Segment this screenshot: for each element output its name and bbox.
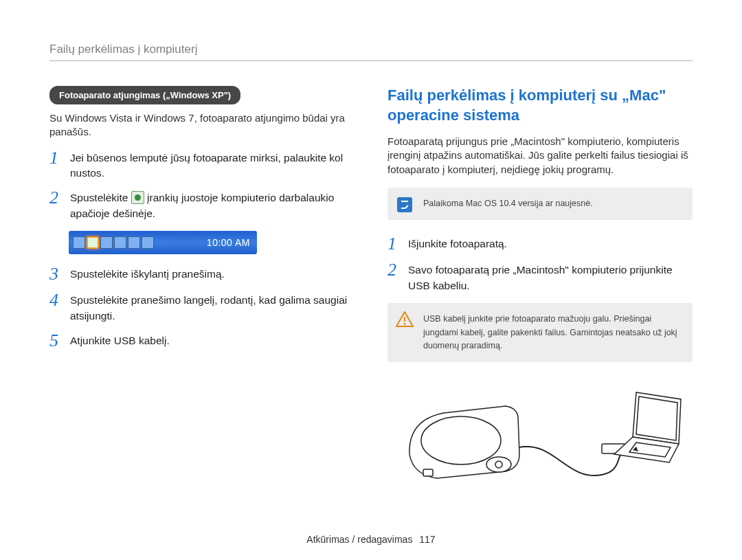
section-pill-winxp: Fotoaparato atjungimas („Windows XP") — [49, 86, 240, 104]
svg-point-5 — [495, 461, 502, 468]
taskbar-screenshot: 10:00 AM — [69, 231, 257, 254]
step-text: Išjunkite fotoaparatą. — [408, 236, 693, 251]
step-text: Spustelėkite įrankių juostoje kompiuteri… — [70, 190, 355, 221]
mac-step-1: 1 Išjunkite fotoaparatą. — [387, 236, 693, 253]
right-column: Failų perkėlimas į kompiuterį su „Mac" o… — [387, 86, 693, 489]
step-text: Spustelėkite iškylantį pranešimą. — [70, 267, 355, 282]
winxp-intro: Su Windows Vista ir Windows 7, fotoapara… — [49, 111, 355, 139]
step2-pre: Spustelėkite — [70, 192, 131, 203]
footer-section: Atkūrimas / redagavimas — [306, 534, 412, 545]
tray-icon — [142, 236, 154, 249]
mac-step-2: 2 Savo fotoaparatą prie „Macintosh" komp… — [387, 262, 693, 293]
step-text: Jei būsenos lemputė jūsų fotoaparate mir… — [70, 150, 355, 181]
tray-icon-highlighted — [87, 236, 99, 249]
step-text: Savo fotoaparatą prie „Macintosh" kompiu… — [408, 262, 693, 293]
step-number: 1 — [387, 235, 408, 253]
step-text: Atjunkite USB kabelį. — [70, 333, 355, 348]
step-number: 2 — [387, 261, 408, 279]
taskbar-clock: 10:00 AM — [207, 237, 250, 248]
step-number: 4 — [49, 291, 70, 309]
note-warning-text: USB kabelį junkite prie fotoaparato mažu… — [423, 313, 683, 352]
win-step-5: 5 Atjunkite USB kabelį. — [49, 333, 355, 350]
win-step-2: 2 Spustelėkite įrankių juostoje kompiute… — [49, 190, 355, 221]
left-column: Fotoaparato atjungimas („Windows XP") Su… — [49, 86, 355, 489]
win-step-3: 3 Spustelėkite iškylantį pranešimą. — [49, 267, 355, 283]
info-icon — [397, 197, 412, 212]
step-number: 2 — [49, 189, 70, 207]
footer-page-number: 117 — [419, 534, 435, 545]
step-number: 3 — [49, 265, 70, 283]
warning-icon — [396, 311, 414, 328]
step-number: 1 — [49, 149, 70, 167]
tray-icon — [114, 236, 126, 249]
page-footer: Atkūrimas / redagavimas 117 — [0, 534, 742, 545]
note-info-text: Palaikoma Mac OS 10.4 versija ar naujesn… — [423, 197, 683, 210]
step-number: 5 — [49, 332, 70, 350]
win-step-1: 1 Jei būsenos lemputė jūsų fotoaparate m… — [49, 150, 355, 181]
tray-icon — [128, 236, 140, 249]
mac-intro: Fotoaparatą prijungus prie „Macintosh" k… — [387, 135, 693, 177]
note-warning-box: USB kabelį junkite prie fotoaparato mažu… — [387, 303, 693, 362]
svg-point-3 — [421, 416, 501, 464]
content-columns: Fotoaparato atjungimas („Windows XP") Su… — [49, 86, 693, 489]
svg-rect-6 — [423, 469, 433, 476]
camera-laptop-illustration — [396, 379, 684, 489]
note-info-box: Palaikoma Mac OS 10.4 versija ar naujesn… — [387, 188, 693, 220]
mac-section-title: Failų perkėlimas į kompiuterį su „Mac" o… — [387, 86, 693, 125]
step-text: Spustelėkite pranešimo langelį, rodantį,… — [70, 293, 355, 324]
tray-icon — [73, 236, 85, 249]
safely-remove-icon — [131, 191, 144, 204]
running-header: Failų perkėlimas į kompiuterį — [49, 43, 693, 61]
svg-point-2 — [404, 323, 406, 325]
taskbar-tray — [73, 236, 154, 249]
win-step-4: 4 Spustelėkite pranešimo langelį, rodant… — [49, 293, 355, 324]
tray-icon — [100, 236, 113, 249]
